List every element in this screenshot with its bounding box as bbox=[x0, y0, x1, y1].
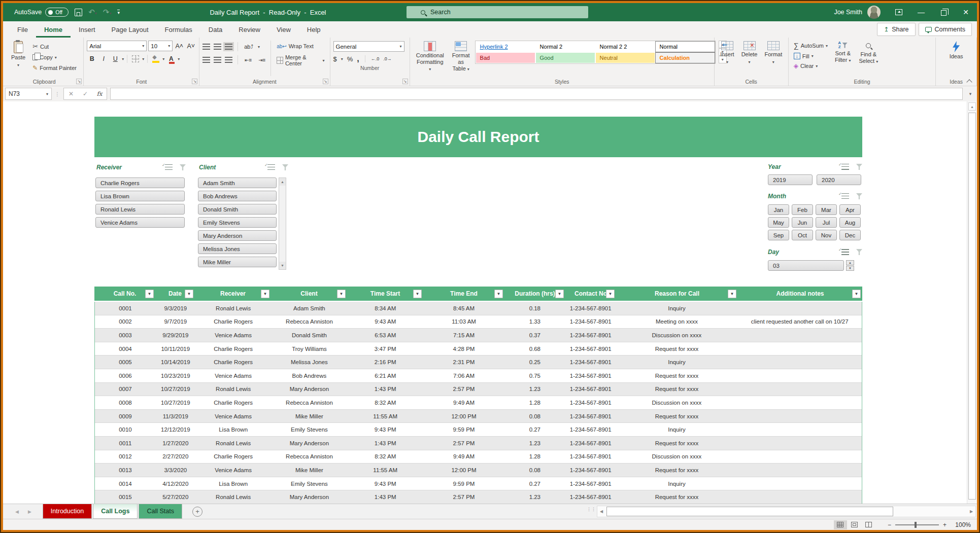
collapse-ribbon-icon[interactable] bbox=[967, 79, 972, 84]
formula-input[interactable] bbox=[110, 88, 963, 100]
italic-button[interactable]: I bbox=[98, 54, 109, 64]
table-cell[interactable]: Donald Smith bbox=[272, 329, 348, 342]
table-cell[interactable]: 1-234-567-8901 bbox=[565, 369, 616, 382]
ribbon-tab-formulas[interactable]: Formulas bbox=[157, 21, 200, 38]
format-painter-button[interactable]: ✎Format Painter bbox=[30, 63, 79, 73]
table-cell[interactable]: 4:28 PM bbox=[423, 342, 504, 356]
sheet-nav-right-icon[interactable]: ▶ bbox=[28, 509, 31, 514]
table-cell[interactable]: 11:55 AM bbox=[347, 410, 423, 423]
table-cell[interactable]: Meeting on xxxx bbox=[616, 315, 738, 329]
month-slicer-item[interactable]: Jan bbox=[768, 204, 789, 215]
cell-style-item[interactable]: Bad bbox=[476, 52, 535, 63]
table-cell[interactable]: Emily Stevens bbox=[272, 477, 348, 490]
zoom-out-icon[interactable]: − bbox=[888, 521, 891, 528]
table-cell[interactable]: Troy Williams bbox=[272, 342, 348, 356]
table-cell[interactable]: 0.37 bbox=[504, 329, 565, 342]
table-cell[interactable]: 0.08 bbox=[504, 410, 565, 423]
table-cell[interactable]: 0.25 bbox=[504, 356, 565, 369]
cell-style-item[interactable]: Neutral bbox=[595, 52, 655, 63]
bold-button[interactable]: B bbox=[87, 54, 97, 64]
table-cell[interactable]: Venice Adams bbox=[195, 369, 272, 382]
table-cell[interactable]: 9:49 AM bbox=[423, 450, 504, 464]
table-cell[interactable]: 0006 bbox=[95, 369, 156, 382]
table-cell[interactable]: 0009 bbox=[95, 410, 156, 423]
comma-format-button[interactable]: , bbox=[357, 54, 359, 63]
table-cell[interactable]: Melissa Jones bbox=[272, 356, 348, 369]
table-cell[interactable]: 11:55 AM bbox=[347, 464, 423, 477]
sheet-tab-introduction[interactable]: Introduction bbox=[43, 504, 92, 519]
table-cell[interactable]: Lisa Brown bbox=[195, 477, 272, 490]
save-icon[interactable] bbox=[75, 9, 82, 16]
table-cell[interactable]: 1-234-567-8901 bbox=[565, 356, 616, 369]
table-cell[interactable]: 1-234-567-8901 bbox=[565, 302, 616, 315]
column-header[interactable]: Receiver▼ bbox=[195, 287, 271, 301]
table-cell[interactable]: 2:57 PM bbox=[423, 437, 504, 450]
currency-format-button[interactable]: $ bbox=[333, 55, 337, 63]
redo-icon[interactable]: ↷▾ bbox=[103, 8, 112, 17]
table-cell[interactable]: Charlie Rogers bbox=[195, 396, 272, 409]
merge-center-button[interactable]: Merge & Center ▾ bbox=[275, 53, 326, 67]
table-cell[interactable]: Ronald Lewis bbox=[195, 490, 272, 504]
table-cell[interactable]: 0003 bbox=[95, 329, 156, 342]
table-cell[interactable]: 2:57 PM bbox=[423, 383, 504, 396]
formula-bar-splitter[interactable]: ⋮ bbox=[55, 91, 60, 97]
restore-button[interactable] bbox=[932, 3, 955, 21]
table-cell[interactable]: 0007 bbox=[95, 383, 156, 396]
copy-button[interactable]: Copy ▾ bbox=[30, 53, 79, 61]
table-cell[interactable]: Request for xxxx bbox=[616, 369, 738, 382]
table-cell[interactable]: 1-234-567-8901 bbox=[565, 396, 616, 409]
autosum-button[interactable]: ∑AutoSum ▾ bbox=[792, 41, 830, 51]
table-cell[interactable]: Inquiry bbox=[616, 477, 738, 490]
fill-button[interactable]: ↓Fill ▾ bbox=[792, 52, 830, 60]
worksheet[interactable]: Daily Call Report Receiver Charlie Roger… bbox=[3, 101, 977, 504]
filter-dropdown-icon[interactable]: ▼ bbox=[413, 290, 422, 298]
ribbon-tab-page-layout[interactable]: Page Layout bbox=[104, 21, 157, 38]
cell-style-item[interactable]: Normal bbox=[655, 41, 715, 52]
table-cell[interactable]: 0010 bbox=[95, 423, 156, 436]
align-top-icon[interactable] bbox=[202, 44, 210, 50]
page-break-view-button[interactable] bbox=[862, 520, 875, 529]
client-slicer-item[interactable]: Mary Anderson bbox=[198, 230, 277, 241]
clear-filter-icon[interactable] bbox=[856, 193, 862, 199]
table-cell[interactable]: 3:47 PM bbox=[347, 342, 423, 356]
table-cell[interactable]: 1:43 PM bbox=[347, 490, 423, 504]
insert-cells-button[interactable]: Insert▾ bbox=[717, 40, 737, 67]
table-cell[interactable]: 1.23 bbox=[504, 490, 565, 504]
quick-access-customize-icon[interactable]: ▾ bbox=[117, 10, 120, 15]
day-slicer-spinner[interactable]: ▲▼ bbox=[846, 260, 854, 271]
table-cell[interactable]: 11:03 AM bbox=[423, 315, 504, 329]
table-cell[interactable]: 0005 bbox=[95, 356, 156, 369]
table-cell[interactable] bbox=[737, 410, 862, 423]
filter-dropdown-icon[interactable]: ▼ bbox=[185, 290, 193, 298]
table-cell[interactable]: 10/11/2019 bbox=[156, 342, 195, 356]
column-header[interactable]: Time Start▼ bbox=[347, 287, 423, 301]
multi-select-icon[interactable] bbox=[841, 193, 849, 199]
table-cell[interactable]: 9/29/2019 bbox=[156, 329, 195, 342]
spin-up-icon[interactable]: ▲ bbox=[846, 260, 854, 265]
table-cell[interactable]: 1-234-567-8901 bbox=[565, 477, 616, 490]
user-name[interactable]: Joe Smith bbox=[834, 9, 862, 16]
table-cell[interactable]: 12/12/2019 bbox=[156, 423, 195, 436]
table-cell[interactable]: 1-234-567-8901 bbox=[565, 464, 616, 477]
align-bottom-icon[interactable] bbox=[225, 44, 232, 50]
table-cell[interactable]: 1-234-567-8901 bbox=[565, 423, 616, 436]
receiver-slicer-item[interactable]: Lisa Brown bbox=[95, 191, 185, 201]
table-cell[interactable]: 1.33 bbox=[504, 315, 565, 329]
year-slicer-item[interactable]: 2019 bbox=[768, 174, 813, 185]
cell-style-item[interactable]: Good bbox=[535, 52, 595, 63]
scrollbar-resize-handle[interactable]: ⋮⋮ bbox=[587, 508, 591, 511]
table-cell[interactable]: 9:43 PM bbox=[347, 423, 423, 436]
table-cell[interactable] bbox=[737, 302, 862, 315]
multi-select-icon[interactable] bbox=[841, 164, 849, 170]
sort-filter-button[interactable]: AZ Sort &Filter ▾ bbox=[832, 40, 854, 65]
table-cell[interactable]: Request for xxxx bbox=[616, 437, 738, 450]
table-cell[interactable]: 4/12/2020 bbox=[156, 477, 195, 490]
table-cell[interactable]: Request for xxxx bbox=[616, 490, 738, 504]
table-cell[interactable]: 3/3/2020 bbox=[156, 464, 195, 477]
clear-filter-icon[interactable] bbox=[180, 164, 186, 170]
grow-font-button[interactable]: A˄ bbox=[174, 41, 184, 51]
client-slicer-item[interactable]: Emily Stevens bbox=[198, 217, 277, 228]
clear-filter-icon[interactable] bbox=[856, 164, 862, 170]
table-cell[interactable]: 1-234-567-8901 bbox=[565, 329, 616, 342]
table-cell[interactable]: 0004 bbox=[95, 342, 156, 356]
